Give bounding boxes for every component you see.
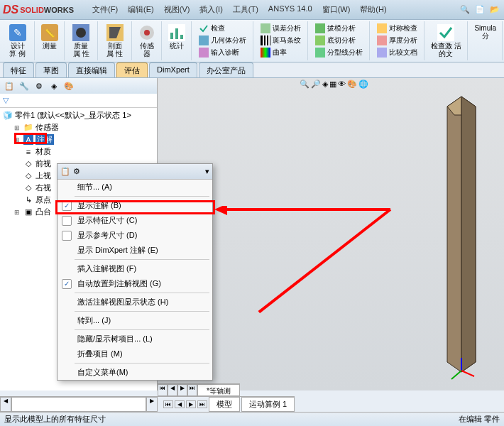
quick-access-toolbar: 🔍 📄 📂	[459, 4, 501, 16]
draft-analysis-button[interactable]: 拔模分析	[313, 23, 365, 34]
zoom-fit-icon[interactable]: 🔍	[300, 80, 309, 89]
svg-text:📏: 📏	[44, 28, 55, 38]
menu-tools[interactable]: 工具(T)	[229, 2, 263, 17]
ctx-icon[interactable]: ⚙	[73, 167, 80, 176]
partline-button[interactable]: 分型线分析	[313, 47, 365, 58]
ctx-activate-ann-state[interactable]: 激活注解视图显示状态 (H)	[57, 295, 212, 310]
geometry-analysis-button[interactable]: 几何体分析	[197, 35, 248, 46]
ctx-show-dimxpert[interactable]: 显示 DimXpert 注解 (E)	[57, 243, 212, 258]
symmetry-check-button[interactable]: 对称检查	[375, 23, 420, 34]
view-orient-icon[interactable]: ◈	[322, 80, 328, 89]
menu-ansys[interactable]: ANSYS 14.0	[264, 2, 317, 17]
check-active-button[interactable]: 检查激 活的文	[429, 23, 464, 59]
measure-button[interactable]: 📏 测量	[40, 23, 60, 51]
menu-view[interactable]: 视图(V)	[160, 2, 195, 17]
menu-help[interactable]: 帮助(H)	[356, 2, 390, 17]
ctx-show-ref-dims[interactable]: 显示参考尺寸 (D)	[57, 228, 212, 243]
tab-features[interactable]: 特征	[3, 62, 34, 77]
solidworks-icon: DS	[3, 4, 18, 16]
vp-tab-isometric[interactable]: *等轴测	[197, 384, 240, 396]
ctx-goto[interactable]: 转到... (J)	[57, 313, 212, 328]
vp-tab-last[interactable]: ⏭	[187, 384, 197, 396]
zebra-button[interactable]: 斑马条纹	[258, 35, 303, 46]
svg-rect-27	[437, 24, 454, 41]
bt-prev[interactable]: ◀	[175, 400, 185, 408]
scroll-track[interactable]	[11, 397, 146, 412]
hide-show-icon[interactable]: 👁	[338, 80, 346, 89]
vp-tab-prev[interactable]: ◀	[168, 384, 177, 396]
ctx-insert-ann-view[interactable]: 插入注解视图 (F)	[57, 261, 212, 276]
thickness-button[interactable]: 厚度分析	[375, 35, 420, 46]
vp-tab-first[interactable]: ⏮	[158, 384, 168, 396]
design-study-button[interactable]: ✎ 设计算 例	[6, 23, 30, 59]
filter-icon[interactable]: ▽	[3, 96, 9, 105]
search-icon[interactable]: 🔍	[459, 4, 471, 16]
ctx-hide-show-tree[interactable]: 隐藏/显示树项目... (L)	[57, 332, 212, 346]
ctx-dropdown-icon[interactable]: ▾	[205, 167, 209, 176]
menu-window[interactable]: 窗口(W)	[318, 2, 355, 17]
tab-office[interactable]: 办公室产品	[199, 62, 253, 77]
expand-icon[interactable]: ⊞	[14, 124, 21, 131]
hexagonal-prism-model[interactable]	[440, 92, 483, 378]
material-icon: ≡	[23, 147, 33, 157]
zoom-area-icon[interactable]: 🔎	[311, 80, 321, 89]
dimxpert-manager-tab-icon[interactable]: ◈	[48, 80, 60, 92]
svg-rect-20	[261, 48, 270, 58]
vp-tab-next[interactable]: ▶	[177, 384, 187, 396]
expand-icon[interactable]: ⊞	[14, 136, 21, 143]
tab-sketch[interactable]: 草图	[35, 62, 67, 77]
feature-tree-tab-icon[interactable]: 📋	[3, 80, 16, 92]
compare-docs-button[interactable]: 比较文档	[375, 47, 420, 58]
tab-dimxpert[interactable]: DimXpert	[149, 62, 197, 77]
scroll-left[interactable]: ◀	[0, 397, 11, 412]
tab-motion-study[interactable]: 运动算例 1	[241, 397, 295, 412]
menu-insert[interactable]: 插入(I)	[195, 2, 226, 17]
menu-edit[interactable]: 编辑(E)	[124, 2, 158, 17]
new-icon[interactable]: 📄	[473, 4, 486, 16]
config-manager-tab-icon[interactable]: ⚙	[33, 80, 45, 92]
input-diag-button[interactable]: 输入诊断	[197, 47, 248, 58]
error-diag-button[interactable]: 误差分析	[258, 23, 303, 34]
expand-icon[interactable]: ⊞	[14, 209, 21, 216]
mass-props-button[interactable]: 质量属 性	[70, 23, 94, 59]
appearance-icon[interactable]: 🎨	[347, 80, 357, 89]
tree-sensors[interactable]: ⊞ 📁 传感器	[1, 121, 155, 133]
undercut-button[interactable]: 底切分析	[313, 35, 365, 46]
context-menu-header: 📋 ⚙ ▾	[57, 164, 212, 180]
sensor-button[interactable]: 传感器	[137, 23, 157, 59]
tab-model[interactable]: 模型	[209, 397, 240, 412]
display-manager-tab-icon[interactable]: 🎨	[62, 80, 75, 92]
stats-button[interactable]: 统计	[167, 23, 187, 51]
simulation-button[interactable]: Simula 分	[473, 23, 498, 41]
command-tabs: 特征 草图 直接编辑 评估 DimXpert 办公室产品	[0, 62, 504, 78]
open-icon[interactable]: 📂	[488, 4, 501, 16]
section-props-button[interactable]: 剖面属 性	[103, 23, 127, 59]
property-manager-tab-icon[interactable]: 🔧	[18, 80, 31, 92]
ctx-collapse-items[interactable]: 折叠项目 (M)	[57, 346, 212, 361]
svg-rect-11	[175, 28, 178, 39]
ctx-details[interactable]: 细节... (A)	[57, 180, 212, 195]
bt-first[interactable]: ⏮	[163, 400, 173, 408]
ctx-auto-place-ann[interactable]: ✓自动放置到注解视图 (G)	[57, 276, 212, 291]
check-button[interactable]: 检查	[197, 23, 248, 34]
ctx-icon[interactable]: 📋	[60, 167, 70, 176]
tree-material[interactable]: ≡ 材质	[1, 146, 155, 158]
ctx-show-feature-dims[interactable]: 显示特征尺寸 (C)	[57, 213, 212, 228]
tree-root[interactable]: 🧊 零件1 (默认<<默认>_显示状态 1>	[1, 109, 155, 121]
scene-icon[interactable]: 🌐	[358, 80, 368, 89]
bt-next[interactable]: ▶	[186, 400, 196, 408]
scroll-right[interactable]: ▶	[146, 397, 158, 412]
ctx-customize-menu[interactable]: 自定义菜单(M)	[57, 365, 212, 380]
annotations-icon: A	[23, 135, 33, 145]
plane-icon: ◇	[23, 183, 33, 193]
tab-direct-edit[interactable]: 直接编辑	[68, 62, 115, 77]
tree-annotations[interactable]: ⊞ A 注解	[1, 133, 155, 146]
display-style-icon[interactable]: ▦	[329, 80, 336, 89]
ctx-show-annotations[interactable]: ✓显示注解 (B)	[57, 198, 212, 213]
svg-rect-24	[377, 23, 387, 33]
view-toolbar: 🔍 🔎 ◈ ▦ 👁 🎨 🌐	[300, 80, 368, 89]
bt-last[interactable]: ⏭	[197, 400, 207, 408]
menu-file[interactable]: 文件(F)	[88, 2, 122, 17]
curvature-button[interactable]: 曲率	[258, 47, 303, 58]
tab-evaluate[interactable]: 评估	[116, 62, 148, 77]
